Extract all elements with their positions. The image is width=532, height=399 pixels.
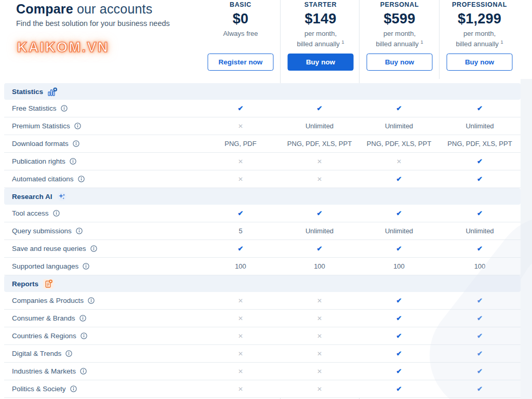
table-row-download-formats: Download formatsPNG, PDFPNG, PDF, XLS, P… — [4, 135, 521, 153]
info-icon[interactable] — [83, 263, 89, 270]
plan-name: PERSONAL — [360, 1, 439, 8]
table-row-premium-statistics: Premium Statistics✕UnlimitedUnlimitedUnl… — [4, 117, 521, 135]
cell-included: ✔ — [439, 297, 521, 304]
check-icon: ✔ — [396, 209, 402, 217]
info-icon[interactable] — [90, 245, 97, 252]
footnote-marker: 1 — [421, 39, 423, 45]
cross-icon: ✕ — [317, 315, 322, 322]
info-icon[interactable] — [61, 105, 68, 112]
check-icon: ✔ — [396, 332, 402, 340]
row-label-cell: Publication rights — [4, 157, 201, 165]
billing-line: Always free — [201, 29, 280, 38]
billing-line: per month, — [440, 29, 520, 38]
cell-included: ✔ — [280, 209, 359, 217]
cell-value: Unlimited — [280, 122, 359, 130]
check-icon: ✔ — [477, 157, 483, 165]
cell-not-included: ✕ — [280, 175, 359, 183]
check-icon: ✔ — [238, 245, 244, 252]
info-icon[interactable] — [70, 385, 77, 392]
cross-icon: ✕ — [317, 350, 322, 357]
table-row-save-and-reuse-queries: Save and reuse queries✔✔✔✔ — [4, 240, 521, 258]
row-label: Digital & Trends — [12, 350, 61, 357]
cell-not-included: ✕ — [359, 157, 439, 165]
row-label: Industries & Markets — [12, 367, 76, 375]
check-icon: ✔ — [477, 350, 483, 357]
page-title: Compare our accounts — [16, 0, 198, 18]
info-icon[interactable] — [74, 123, 81, 129]
cell-included: ✔ — [359, 297, 439, 304]
info-icon[interactable] — [73, 140, 79, 147]
watermark: KAIKOM.VN — [17, 39, 109, 56]
cell-not-included: ✕ — [201, 367, 280, 375]
register-now-button[interactable]: Register now — [208, 54, 274, 71]
cell-included: ✔ — [359, 209, 439, 217]
billing-line: billed annually 1 — [360, 38, 439, 48]
cell-not-included: ✕ — [201, 350, 280, 357]
cell-not-included: ✕ — [280, 314, 359, 322]
billing-line: billed annually 1 — [440, 38, 520, 48]
compare-accounts-page: Compare our accounts Find the best solut… — [0, 0, 532, 399]
footnote-marker: 1 — [342, 39, 344, 45]
cell-included: ✔ — [201, 104, 280, 112]
cross-icon: ✕ — [238, 368, 243, 375]
sparkles-icon — [57, 192, 66, 201]
cell-included: ✔ — [280, 104, 359, 112]
cross-icon: ✕ — [238, 297, 243, 304]
table-row-publication-rights: Publication rights✕✕✕✔ — [4, 153, 521, 170]
info-icon[interactable] — [88, 297, 95, 304]
cell-included: ✔ — [359, 175, 439, 183]
info-icon[interactable] — [65, 350, 72, 357]
cell-not-included: ✕ — [280, 385, 359, 393]
billing-line-text: billed annually — [456, 40, 498, 48]
buy-now-button-starter[interactable]: Buy now — [288, 54, 354, 71]
info-icon[interactable] — [53, 210, 60, 217]
section-header-reports: Reports — [4, 275, 521, 292]
page-subtitle: Find the best solution for your business… — [16, 19, 198, 28]
info-icon[interactable] — [76, 228, 83, 234]
buy-now-button-personal[interactable]: Buy now — [367, 54, 433, 71]
cell-included: ✔ — [439, 104, 521, 112]
comparison-table: StatisticsFree Statistics✔✔✔✔Premium Sta… — [4, 83, 521, 398]
check-icon: ✔ — [396, 314, 402, 322]
cell-value: PNG, PDF — [201, 140, 280, 148]
row-label-cell: Countries & Regions — [4, 332, 201, 340]
check-icon: ✔ — [477, 314, 483, 322]
row-label-cell: Supported languages — [4, 262, 201, 270]
cell-included: ✔ — [439, 157, 521, 165]
cell-included: ✔ — [359, 104, 439, 112]
info-icon[interactable] — [78, 176, 85, 182]
cell-included: ✔ — [359, 385, 439, 393]
plan-price: $599 — [360, 11, 439, 27]
check-icon: ✔ — [396, 175, 402, 183]
buy-now-button-professional[interactable]: Buy now — [447, 54, 513, 71]
check-icon: ✔ — [317, 245, 323, 252]
cell-value: 100 — [280, 262, 359, 270]
cell-value: PNG, PDF, XLS, PPT — [280, 140, 359, 148]
check-icon: ✔ — [477, 245, 483, 252]
info-icon[interactable] — [81, 332, 87, 339]
cross-icon: ✕ — [238, 123, 243, 130]
section-label: Statistics — [12, 88, 43, 96]
cell-not-included: ✕ — [280, 367, 359, 375]
check-icon: ✔ — [477, 297, 483, 304]
cross-icon: ✕ — [238, 158, 243, 165]
cross-icon: ✕ — [317, 297, 322, 304]
check-icon: ✔ — [396, 350, 402, 357]
info-icon[interactable] — [80, 368, 87, 375]
cell-value: 100 — [439, 262, 521, 270]
table-row-supported-languages: Supported languages100100100100 — [4, 258, 521, 275]
row-label: Supported languages — [12, 262, 78, 270]
info-icon[interactable] — [70, 158, 76, 165]
billing-line: per month, — [281, 29, 360, 38]
plan-billing: per month, billed annually 1 — [360, 29, 439, 48]
cell-not-included: ✕ — [280, 332, 359, 340]
cross-icon: ✕ — [238, 350, 243, 357]
row-label: Download formats — [12, 140, 69, 148]
decorative-swoosh — [521, 232, 532, 399]
section-label: Reports — [12, 280, 38, 288]
row-label: Consumer & Brands — [12, 314, 75, 322]
cell-included: ✔ — [439, 314, 521, 322]
table-row-automated-citations: Automated citations✕✕✔✔ — [4, 170, 521, 188]
info-icon[interactable] — [79, 315, 86, 322]
check-icon: ✔ — [396, 297, 402, 304]
